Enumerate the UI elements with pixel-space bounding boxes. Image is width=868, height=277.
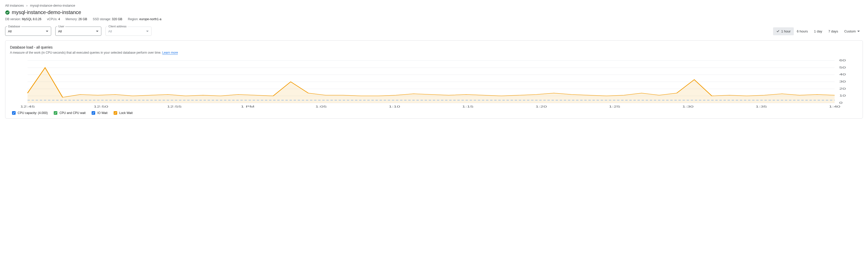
svg-text:12:55: 12:55 bbox=[167, 105, 181, 108]
vcpus-label: vCPUs: bbox=[47, 18, 58, 21]
database-filter-value: All bbox=[8, 29, 11, 33]
client-filter-label: Client address bbox=[107, 25, 127, 28]
time-range-selector: 1 hour 6 hours 1 day 7 days Custom bbox=[773, 27, 863, 35]
svg-text:10: 10 bbox=[839, 94, 846, 97]
page-title: mysql-instance-demo-instance bbox=[12, 9, 81, 15]
dbversion-value: MySQL 8.0.26 bbox=[22, 18, 41, 21]
learn-more-link[interactable]: Learn more bbox=[162, 51, 178, 55]
vcpus-value: 4 bbox=[58, 18, 60, 21]
panel-title: Database load - all queries bbox=[10, 45, 858, 49]
svg-text:1:40: 1:40 bbox=[829, 105, 840, 108]
database-filter-label: Database bbox=[7, 25, 21, 28]
line-chart: 010203040506012:4512:5012:551 PM1:051:10… bbox=[10, 58, 858, 109]
time-range-1day[interactable]: 1 day bbox=[811, 27, 825, 35]
svg-text:1 PM: 1 PM bbox=[241, 105, 254, 108]
legend-cpu-capacity[interactable]: CPU capacity: (4.000) bbox=[12, 111, 48, 115]
dropdown-icon bbox=[146, 31, 149, 32]
legend-cpu-wait[interactable]: CPU and CPU wait bbox=[54, 111, 86, 115]
legend-lock-wait[interactable]: Lock Wait bbox=[114, 111, 132, 115]
breadcrumb: All instances › mysql-instance-demo-inst… bbox=[5, 3, 863, 8]
svg-text:1:25: 1:25 bbox=[609, 105, 620, 108]
svg-text:1:10: 1:10 bbox=[389, 105, 400, 108]
ssd-value: 320 GB bbox=[112, 18, 122, 21]
filters-row: Database All User All Client address All bbox=[5, 27, 863, 36]
checkbox-icon bbox=[114, 111, 117, 115]
checkbox-icon bbox=[92, 111, 95, 115]
client-filter: All bbox=[105, 27, 152, 36]
ssd-label: SSD storage: bbox=[93, 18, 111, 21]
region-label: Region: bbox=[128, 18, 138, 21]
legend-io-wait[interactable]: IO Wait bbox=[92, 111, 107, 115]
chart-area: 010203040506012:4512:5012:551 PM1:051:10… bbox=[10, 58, 858, 109]
svg-text:0: 0 bbox=[839, 101, 843, 104]
dbversion-label: DB version: bbox=[5, 18, 21, 21]
svg-text:12:45: 12:45 bbox=[20, 105, 35, 108]
time-range-1hour[interactable]: 1 hour bbox=[773, 27, 794, 35]
instance-meta: DB version: MySQL 8.0.26 vCPUs: 4 Memory… bbox=[5, 18, 863, 21]
dropdown-icon bbox=[857, 31, 860, 32]
memory-value: 26 GB bbox=[78, 18, 87, 21]
user-filter[interactable]: All bbox=[55, 27, 101, 36]
user-filter-label: User bbox=[57, 25, 65, 28]
svg-text:60: 60 bbox=[839, 59, 846, 62]
client-filter-value: All bbox=[108, 29, 112, 33]
svg-text:12:50: 12:50 bbox=[94, 105, 108, 108]
user-filter-value: All bbox=[58, 29, 62, 33]
chevron-right-icon: › bbox=[26, 4, 27, 7]
breadcrumb-root[interactable]: All instances bbox=[5, 4, 24, 7]
database-filter[interactable]: All bbox=[5, 27, 51, 36]
check-icon bbox=[776, 29, 780, 33]
time-range-7days[interactable]: 7 days bbox=[825, 27, 841, 35]
memory-label: Memory: bbox=[65, 18, 78, 21]
panel-description: A measure of the work (in CPU-seconds) t… bbox=[10, 51, 858, 55]
svg-text:1:30: 1:30 bbox=[682, 105, 694, 108]
svg-text:30: 30 bbox=[839, 80, 846, 83]
svg-text:1:15: 1:15 bbox=[462, 105, 474, 108]
region-value: europe-north1-a bbox=[140, 18, 161, 21]
svg-text:20: 20 bbox=[839, 88, 846, 90]
page-title-row: mysql-instance-demo-instance bbox=[5, 9, 863, 15]
dropdown-icon bbox=[96, 31, 98, 32]
checkbox-icon bbox=[54, 111, 57, 115]
database-load-panel: Database load - all queries A measure of… bbox=[5, 40, 863, 118]
svg-text:40: 40 bbox=[839, 73, 846, 76]
chart-legend: CPU capacity: (4.000) CPU and CPU wait I… bbox=[10, 111, 858, 115]
svg-text:1:05: 1:05 bbox=[315, 105, 327, 108]
status-ok-icon bbox=[5, 10, 10, 15]
time-range-custom[interactable]: Custom bbox=[841, 27, 863, 35]
checkbox-icon bbox=[12, 111, 16, 115]
svg-text:1:20: 1:20 bbox=[535, 105, 547, 108]
dropdown-icon bbox=[46, 31, 49, 32]
breadcrumb-current: mysql-instance-demo-instance bbox=[30, 4, 75, 7]
svg-text:1:35: 1:35 bbox=[756, 105, 767, 108]
time-range-6hours[interactable]: 6 hours bbox=[794, 27, 811, 35]
svg-text:50: 50 bbox=[839, 66, 846, 69]
